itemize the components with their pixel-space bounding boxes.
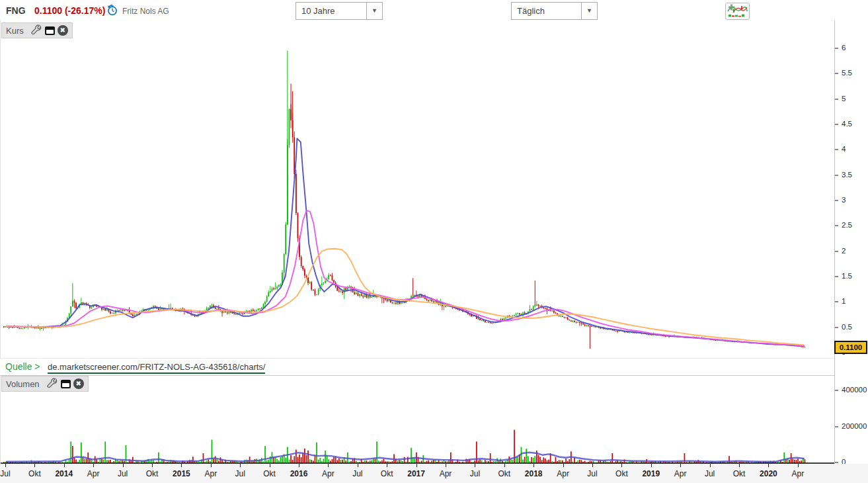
x-axis-tick <box>651 464 652 467</box>
y-axis-tick <box>835 426 838 427</box>
x-axis-label: 2017 <box>407 469 425 478</box>
x-axis-label: Jul <box>705 469 715 478</box>
range-select[interactable]: 10 Jahre ▼ <box>296 2 383 20</box>
x-axis-label: Okt <box>263 469 276 478</box>
y-axis-tick-label: 200000 <box>842 422 867 430</box>
price-badge: 0.1100 <box>834 341 867 354</box>
y-axis-tick-label: 3.5 <box>842 171 852 179</box>
y-axis-tick <box>835 390 838 391</box>
x-axis-label: Jul <box>235 469 245 478</box>
y-axis-tick-label: 4 <box>842 145 846 153</box>
x-axis-label: Apr <box>87 469 100 478</box>
x-axis-label: Okt <box>146 469 159 478</box>
source-link[interactable]: de.marketscreener.com/FRITZ-NOLS-AG-4356… <box>48 362 265 374</box>
toolbar: FNG 0.1100 (-26.17%) Fritz Nols AG 10 Ja… <box>0 0 868 21</box>
x-axis-label: Jul <box>118 469 128 478</box>
y-axis-tick <box>835 48 838 49</box>
x-axis: JulOkt2014AprJulOkt2015AprJulOkt2016AprJ… <box>0 464 868 483</box>
price-chart-panel[interactable] <box>0 21 835 358</box>
y-axis-tick <box>835 200 838 201</box>
delayed-quote-clock-icon <box>106 3 119 17</box>
x-axis-tick <box>211 464 212 467</box>
y-axis-tick-label: 3 <box>842 196 846 204</box>
company-name: Fritz Nols AG <box>122 7 169 16</box>
interval-select[interactable]: Täglich ▼ <box>511 2 598 20</box>
x-axis-label: Apr <box>322 469 335 478</box>
y-axis-tick-label: 2.5 <box>842 221 852 229</box>
y-axis-tick <box>835 301 838 302</box>
y-axis-tick-label: 5 <box>842 95 846 103</box>
y-axis-tick <box>835 225 838 226</box>
x-axis-tick <box>34 464 35 467</box>
wrench-icon[interactable] <box>46 378 58 390</box>
x-axis-label: Okt <box>615 469 628 478</box>
y-axis-tick <box>835 73 838 74</box>
chart-settings-button[interactable] <box>725 3 750 20</box>
y-axis-tick <box>835 276 838 277</box>
y-axis-tick-label: 400000 <box>842 386 867 394</box>
x-axis-label: Apr <box>440 469 452 478</box>
y-axis-tick <box>835 327 838 328</box>
y-axis: 65.554.543.532.521.510.504000002000000 <box>834 21 868 464</box>
x-axis-tick <box>152 464 153 467</box>
chevron-down-icon[interactable]: ▼ <box>366 3 382 19</box>
x-axis-label: Okt <box>381 469 393 478</box>
price-chart[interactable] <box>1 21 835 358</box>
x-axis-tick <box>270 464 270 467</box>
window-icon[interactable] <box>61 380 71 388</box>
y-axis-tick-label: 0.5 <box>842 323 852 331</box>
x-axis-tick <box>64 464 65 467</box>
y-axis-tick-label: 6 <box>842 44 846 52</box>
x-axis-label: 2019 <box>642 469 660 478</box>
x-axis-label: Okt <box>28 469 41 478</box>
x-axis-tick <box>710 464 711 467</box>
x-axis-label: 2015 <box>173 469 190 478</box>
x-axis-tick <box>533 464 534 467</box>
chevron-down-icon[interactable]: ▼ <box>581 3 597 19</box>
x-axis-label: Jul <box>587 469 597 478</box>
y-axis-tick <box>835 149 838 150</box>
x-axis-tick <box>240 464 241 467</box>
wrench-icon[interactable] <box>30 24 42 36</box>
y-axis-tick <box>835 251 838 252</box>
x-axis-label: 2020 <box>760 469 777 478</box>
x-axis-tick <box>181 464 182 467</box>
close-icon[interactable]: ✖ <box>58 25 68 36</box>
x-axis-tick <box>563 464 564 467</box>
x-axis-tick <box>621 464 622 467</box>
x-axis-tick <box>328 464 329 467</box>
x-axis-tick <box>446 464 446 467</box>
volume-chart[interactable] <box>1 376 835 464</box>
x-axis-tick <box>123 464 124 467</box>
x-axis-tick <box>416 464 417 467</box>
x-axis-tick <box>504 464 505 467</box>
chart-application: FNG 0.1100 (-26.17%) Fritz Nols AG 10 Ja… <box>0 0 868 483</box>
volume-chart-panel[interactable] <box>0 375 835 464</box>
x-axis-tick <box>387 464 387 467</box>
x-axis-label: 2018 <box>525 469 543 478</box>
close-icon[interactable]: ✖ <box>73 378 84 389</box>
window-icon[interactable] <box>45 26 55 35</box>
y-axis-tick-label: 2 <box>842 247 846 255</box>
x-axis-label: Jul <box>352 469 362 478</box>
x-axis-tick <box>93 464 94 467</box>
x-axis-label: 2014 <box>55 469 73 478</box>
volumen-tab: Volumen ✖ <box>1 376 89 392</box>
y-axis-tick <box>835 462 838 463</box>
y-axis-tick-label: 4.5 <box>842 120 852 128</box>
x-axis-label: Jul <box>470 469 480 478</box>
x-axis-tick <box>5 464 6 467</box>
x-axis-tick <box>299 464 299 467</box>
x-axis-label: Apr <box>557 469 569 478</box>
volumen-title: Volumen <box>6 379 40 389</box>
ticker-symbol: FNG <box>6 5 26 16</box>
y-axis-tick <box>835 99 838 100</box>
x-axis-tick <box>680 464 681 467</box>
interval-select-value: Täglich <box>517 6 545 16</box>
kurs-title: Kurs <box>6 26 24 36</box>
x-axis-label: 2016 <box>290 469 308 478</box>
x-axis-tick <box>768 464 769 467</box>
x-axis-tick <box>475 464 475 467</box>
y-axis-tick <box>835 175 838 176</box>
x-axis-tick <box>358 464 358 467</box>
